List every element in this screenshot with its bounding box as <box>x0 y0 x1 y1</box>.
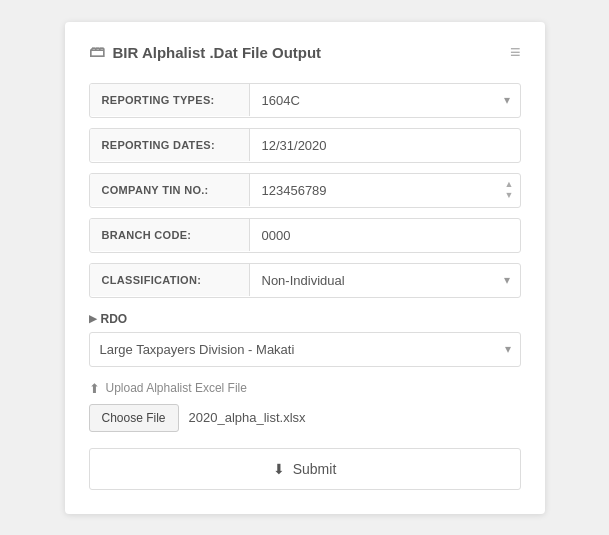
upload-label-text: Upload Alphalist Excel File <box>106 381 247 395</box>
card-header: 🗃 BIR Alphalist .Dat File Output ≡ <box>89 42 521 63</box>
card-title: 🗃 BIR Alphalist .Dat File Output <box>89 43 322 61</box>
rdo-section: ▶ RDO Large Taxpayers Division - Makati … <box>89 312 521 367</box>
menu-icon[interactable]: ≡ <box>510 42 521 63</box>
rdo-header-label: RDO <box>101 312 128 326</box>
reporting-types-row: REPORTING TYPES: 1604C 1604E 1604CF ▾ <box>89 83 521 118</box>
reporting-types-select[interactable]: 1604C 1604E 1604CF <box>258 84 512 117</box>
upload-label: ⬆ Upload Alphalist Excel File <box>89 381 521 396</box>
classification-row: CLASSIFICATION: Non-Individual Individua… <box>89 263 521 298</box>
rdo-triangle-icon: ▶ <box>89 313 97 324</box>
branch-code-input[interactable] <box>258 219 512 252</box>
rdo-select[interactable]: Large Taxpayers Division - Makati Other … <box>89 332 521 367</box>
classification-label: CLASSIFICATION: <box>90 264 250 296</box>
tin-spinner-down[interactable]: ▼ <box>503 190 516 201</box>
reporting-dates-row: REPORTING DATES: <box>89 128 521 163</box>
classification-wrapper: Non-Individual Individual ▾ <box>250 264 520 297</box>
file-name-display: 2020_alpha_list.xlsx <box>189 410 306 425</box>
branch-code-wrapper <box>250 219 520 252</box>
reporting-types-label: REPORTING TYPES: <box>90 84 250 116</box>
submit-label: Submit <box>293 461 337 477</box>
reporting-dates-label: REPORTING DATES: <box>90 129 250 161</box>
upload-icon: ⬆ <box>89 381 100 396</box>
card-title-text: BIR Alphalist .Dat File Output <box>113 44 322 61</box>
rdo-header[interactable]: ▶ RDO <box>89 312 521 326</box>
company-tin-input[interactable] <box>258 174 512 207</box>
file-input-row: Choose File 2020_alpha_list.xlsx <box>89 404 521 432</box>
rdo-select-wrapper: Large Taxpayers Division - Makati Other … <box>89 332 521 367</box>
branch-code-label: BRANCH CODE: <box>90 219 250 251</box>
upload-section: ⬆ Upload Alphalist Excel File Choose Fil… <box>89 381 521 432</box>
submit-icon: ⬇ <box>273 461 285 477</box>
reporting-dates-wrapper <box>250 129 520 162</box>
tin-spinner: ▲ ▼ <box>503 179 516 201</box>
choose-file-button[interactable]: Choose File <box>89 404 179 432</box>
database-icon: 🗃 <box>89 43 105 61</box>
classification-select[interactable]: Non-Individual Individual <box>258 264 512 297</box>
reporting-dates-input[interactable] <box>258 129 512 162</box>
branch-code-row: BRANCH CODE: <box>89 218 521 253</box>
company-tin-row: COMPANY TIN NO.: ▲ ▼ <box>89 173 521 208</box>
company-tin-label: COMPANY TIN NO.: <box>90 174 250 206</box>
tin-spinner-up[interactable]: ▲ <box>503 179 516 190</box>
reporting-types-wrapper: 1604C 1604E 1604CF ▾ <box>250 84 520 117</box>
submit-button[interactable]: ⬇ Submit <box>89 448 521 490</box>
company-tin-wrapper: ▲ ▼ <box>250 174 520 207</box>
main-card: 🗃 BIR Alphalist .Dat File Output ≡ REPOR… <box>65 22 545 514</box>
